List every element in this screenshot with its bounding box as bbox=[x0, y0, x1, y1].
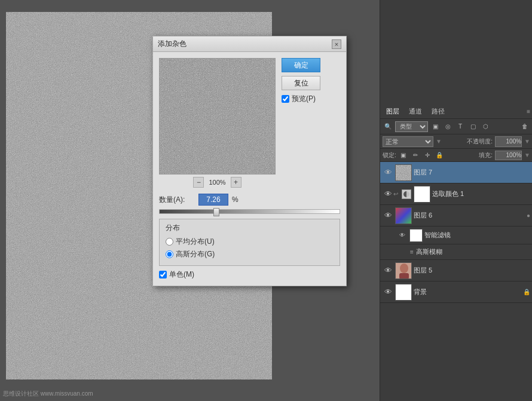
layer6-visibility-icon[interactable]: 👁 bbox=[383, 210, 393, 221]
gaussian-radio-row: 高斯分布(G) bbox=[166, 249, 334, 259]
gaussian-blur-icon: ≡ bbox=[410, 249, 414, 255]
layer-item-background[interactable]: 👁 背景 🔒 bbox=[380, 281, 532, 303]
smart-obj-icon[interactable]: ⬡ bbox=[480, 121, 491, 132]
dialog-content: 数量(A): % 分布 平均分布(U) 高斯分布(G) 单色(M) bbox=[153, 194, 346, 286]
smart-filter-name: 智能滤镜 bbox=[424, 231, 530, 240]
reset-button[interactable]: 复位 bbox=[282, 76, 320, 90]
layer-item-gaussian[interactable]: ≡ 高斯模糊 bbox=[380, 244, 532, 260]
search-icon: 🔍 bbox=[383, 121, 393, 132]
amount-input[interactable] bbox=[198, 194, 228, 206]
layer7-thumbnail bbox=[395, 164, 412, 181]
blend-row: 正常 ▼ 不透明度: ▼ bbox=[380, 134, 532, 149]
monochrome-checkbox[interactable] bbox=[159, 271, 167, 278]
amount-row: 数量(A): % bbox=[159, 194, 340, 206]
preview-checkbox-row: 预览(P) bbox=[282, 94, 340, 104]
preview-noise bbox=[160, 59, 275, 174]
lock-row: 锁定: ▣ ✏ ✛ 🔒 填充: ▼ bbox=[380, 149, 532, 162]
slider-row bbox=[159, 209, 340, 214]
zoom-in-button[interactable]: + bbox=[231, 177, 241, 188]
preview-noise-svg bbox=[160, 59, 275, 174]
close-button[interactable]: × bbox=[332, 39, 341, 49]
layer-item-layer6[interactable]: 👁 图层 6 ● bbox=[380, 205, 532, 226]
distribution-box: 分布 平均分布(U) 高斯分布(G) bbox=[159, 219, 340, 266]
layer6-indicator: ● bbox=[527, 212, 530, 219]
adjustment-icon[interactable]: ◎ bbox=[442, 121, 453, 132]
delete-icon[interactable]: 🗑 bbox=[519, 121, 530, 132]
filter-type-select[interactable]: 类型 bbox=[395, 121, 428, 132]
confirm-button[interactable]: 确定 bbox=[282, 58, 320, 72]
layers-tab-bar: 图层 通道 路径 ≡ bbox=[380, 105, 532, 119]
svg-rect-3 bbox=[396, 207, 411, 224]
blend-mode-select[interactable]: 正常 bbox=[383, 136, 433, 147]
dialog-title: 添加杂色 bbox=[158, 39, 186, 49]
gaussian-label: 高斯分布(G) bbox=[176, 249, 215, 259]
lock-pixel-icon[interactable]: ▣ bbox=[399, 151, 408, 160]
selectcolor1-name: 选取颜色 1 bbox=[432, 189, 530, 198]
layers-panel: 图层 通道 路径 ≡ 🔍 类型 ▣ ◎ T ▢ ⬡ 🗑 正常 ▼ 不透明度: bbox=[380, 105, 532, 303]
pixel-filter-icon[interactable]: ▣ bbox=[430, 121, 441, 132]
uniform-radio-row: 平均分布(U) bbox=[166, 237, 334, 247]
amount-slider-track[interactable] bbox=[159, 209, 340, 214]
background-visibility-icon[interactable]: 👁 bbox=[383, 287, 393, 298]
shape-icon[interactable]: ▢ bbox=[467, 121, 478, 132]
layer6-thumbnail bbox=[395, 207, 412, 224]
layer-item-smart-filter[interactable]: 👁 智能滤镜 bbox=[380, 226, 532, 244]
panel-menu-button[interactable]: ≡ bbox=[527, 108, 530, 115]
watermark-text: 思维设计社区 www.missvuan.com bbox=[3, 390, 93, 398]
dialog-body: − 100% + 确定 复位 预览(P) bbox=[153, 52, 346, 194]
tab-channels[interactable]: 通道 bbox=[405, 106, 426, 117]
tab-layers[interactable]: 图层 bbox=[383, 106, 403, 117]
distribution-title: 分布 bbox=[166, 223, 334, 233]
layer7-thumb-svg bbox=[396, 164, 411, 181]
amount-percent: % bbox=[232, 195, 239, 204]
lock-paint-icon[interactable]: ✏ bbox=[411, 151, 420, 160]
tab-paths[interactable]: 路径 bbox=[428, 106, 448, 117]
lock-all-icon[interactable]: 🔒 bbox=[435, 151, 444, 160]
selectcolor1-visibility-icon[interactable]: 👁 bbox=[383, 189, 393, 200]
dialog-right-panel: 确定 复位 预览(P) bbox=[282, 58, 340, 188]
add-noise-dialog: 添加杂色 × − 100% + bbox=[152, 36, 347, 286]
layer5-thumbnail bbox=[395, 262, 412, 279]
uniform-radio[interactable] bbox=[166, 238, 173, 246]
amount-label: 数量(A): bbox=[159, 195, 195, 205]
layer5-thumb-svg bbox=[396, 262, 411, 279]
background-lock-icon: 🔒 bbox=[523, 289, 530, 295]
layer-item-selectcolor1[interactable]: 👁 ↩ 选取颜色 1 bbox=[380, 183, 532, 205]
gaussian-radio[interactable] bbox=[166, 250, 173, 258]
layer5-name: 图层 5 bbox=[414, 266, 530, 275]
layer6-name: 图层 6 bbox=[414, 211, 527, 220]
dialog-preview-area: − 100% + bbox=[159, 58, 276, 188]
layer7-visibility-icon[interactable]: 👁 bbox=[383, 167, 393, 178]
preview-controls: − 100% + bbox=[159, 177, 276, 188]
selectcolor1-mask-thumb bbox=[414, 186, 430, 203]
layer7-name: 图层 7 bbox=[414, 168, 530, 177]
zoom-out-button[interactable]: − bbox=[193, 177, 204, 188]
svg-rect-2 bbox=[396, 164, 411, 181]
lock-position-icon[interactable]: ✛ bbox=[423, 151, 432, 160]
fill-label: 填充: bbox=[479, 151, 493, 160]
opacity-arrow: ▼ bbox=[524, 138, 530, 145]
layer-item-layer7[interactable]: 👁 图层 7 bbox=[380, 162, 532, 183]
fill-input[interactable] bbox=[495, 151, 522, 160]
smart-filter-visibility-icon[interactable]: 👁 bbox=[397, 230, 408, 241]
preview-canvas bbox=[159, 58, 276, 175]
right-panel: 图层 通道 路径 ≡ 🔍 类型 ▣ ◎ T ▢ ⬡ 🗑 正常 ▼ 不透明度: bbox=[380, 0, 532, 401]
blend-arrow: ▼ bbox=[436, 138, 442, 145]
amount-slider-thumb[interactable] bbox=[213, 208, 219, 216]
layer-item-layer5[interactable]: 👁 图层 5 bbox=[380, 260, 532, 281]
layer5-visibility-icon[interactable]: 👁 bbox=[383, 265, 393, 276]
opacity-input[interactable] bbox=[495, 136, 522, 147]
layer6-thumb-svg bbox=[396, 207, 411, 224]
preview-checkbox[interactable] bbox=[282, 95, 289, 103]
monochrome-label: 单色(M) bbox=[169, 270, 194, 280]
monochrome-checkbox-row: 单色(M) bbox=[159, 270, 340, 280]
opacity-label: 不透明度: bbox=[467, 137, 493, 146]
svg-rect-6 bbox=[399, 273, 409, 279]
text-icon[interactable]: T bbox=[455, 121, 466, 132]
selectcolor1-adj-icon bbox=[402, 189, 411, 199]
background-thumbnail bbox=[395, 284, 412, 301]
smart-filter-thumb bbox=[409, 229, 423, 242]
uniform-label: 平均分布(U) bbox=[176, 237, 215, 247]
gaussian-blur-name: 高斯模糊 bbox=[416, 247, 530, 256]
layers-toolbar: 🔍 类型 ▣ ◎ T ▢ ⬡ 🗑 bbox=[380, 119, 532, 134]
